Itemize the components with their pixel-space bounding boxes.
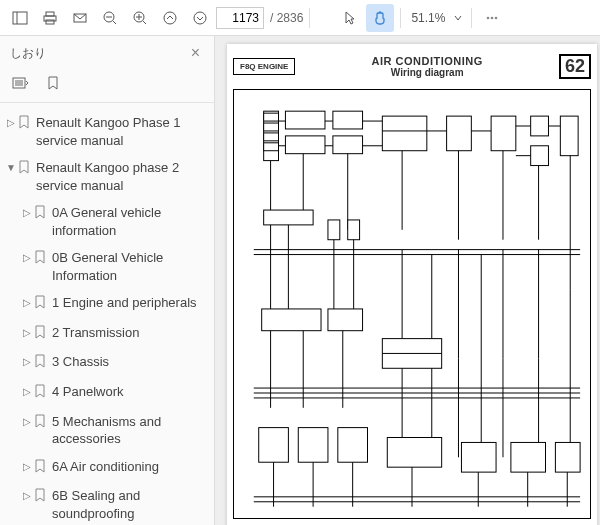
- bookmark-icon: [18, 115, 32, 134]
- bookmark-item[interactable]: ▷Renault Kangoo Phase 1 service manual: [0, 109, 214, 154]
- bookmark-item[interactable]: ▷6A Air conditioning: [0, 453, 214, 483]
- bookmark-options-button[interactable]: [10, 72, 32, 94]
- svg-rect-34: [491, 116, 516, 151]
- bookmark-label: 6A Air conditioning: [52, 458, 208, 476]
- bookmark-item[interactable]: ▷4 Panelwork: [0, 378, 214, 408]
- svg-rect-71: [262, 309, 321, 331]
- bookmark-item[interactable]: ▷0B General Vehicle Information: [0, 244, 214, 289]
- bookmark-label: 0B General Vehicle Information: [52, 249, 208, 284]
- bookmark-icon: [34, 354, 48, 373]
- svg-rect-24: [264, 123, 279, 131]
- svg-rect-2: [46, 12, 54, 16]
- expand-icon[interactable]: ▷: [4, 116, 18, 130]
- expand-icon[interactable]: ▷: [20, 489, 34, 503]
- bookmark-icon: [18, 160, 32, 179]
- svg-rect-28: [285, 136, 325, 154]
- page-down-button[interactable]: [186, 4, 214, 32]
- bookmark-label: 0A General vehicle information: [52, 204, 208, 239]
- svg-rect-26: [264, 143, 279, 151]
- bookmark-icon: [34, 488, 48, 507]
- page-view: F8Q ENGINE AIR CONDITIONING Wiring diagr…: [227, 44, 597, 525]
- hand-tool-button[interactable]: [366, 4, 394, 32]
- bookmark-label: 3 Chassis: [52, 353, 208, 371]
- zoom-level-label[interactable]: 51.1%: [411, 11, 445, 25]
- zoom-in-button[interactable]: [126, 4, 154, 32]
- svg-rect-23: [264, 113, 279, 121]
- svg-rect-33: [447, 116, 472, 151]
- sidebar-close-button[interactable]: ×: [187, 42, 204, 64]
- bookmark-icon: [34, 414, 48, 433]
- expand-icon[interactable]: ▷: [20, 251, 34, 265]
- svg-rect-94: [555, 442, 580, 472]
- expand-icon[interactable]: ▷: [20, 326, 34, 340]
- toolbar-separator: [400, 8, 401, 28]
- zoom-out-button[interactable]: [96, 4, 124, 32]
- select-tool-button[interactable]: [336, 4, 364, 32]
- svg-rect-91: [387, 438, 441, 468]
- svg-rect-90: [338, 428, 368, 463]
- svg-rect-89: [298, 428, 328, 463]
- svg-point-14: [194, 12, 206, 24]
- engine-label: F8Q ENGINE: [233, 58, 295, 75]
- expand-icon[interactable]: ▷: [20, 460, 34, 474]
- bookmark-icon: [34, 295, 48, 314]
- svg-rect-36: [531, 146, 549, 166]
- bookmark-item[interactable]: ▼Renault Kangoo phase 2 service manual: [0, 154, 214, 199]
- toolbar-separator: [309, 8, 310, 28]
- svg-line-7: [113, 21, 116, 24]
- expand-icon[interactable]: ▷: [20, 355, 34, 369]
- svg-rect-57: [264, 210, 313, 225]
- bookmark-item[interactable]: ▷2 Transmission: [0, 319, 214, 349]
- bookmark-icon: [34, 459, 48, 478]
- collapse-icon[interactable]: ▼: [4, 161, 18, 175]
- svg-rect-93: [511, 442, 546, 472]
- bookmark-tree: ▷Renault Kangoo Phase 1 service manual▼R…: [0, 103, 214, 525]
- bookmark-label: Renault Kangoo Phase 1 service manual: [36, 114, 208, 149]
- svg-rect-27: [285, 111, 325, 129]
- bookmark-icon: [34, 250, 48, 269]
- expand-icon[interactable]: ▷: [20, 385, 34, 399]
- expand-icon[interactable]: ▷: [20, 415, 34, 429]
- bookmark-label: 6B Sealing and soundproofing: [52, 487, 208, 522]
- page-number-input[interactable]: [216, 7, 264, 29]
- sidebar-title: しおり: [10, 45, 46, 62]
- toolbar: / 2836 51.1%: [0, 0, 600, 36]
- zoom-dropdown-button[interactable]: [451, 4, 465, 32]
- svg-line-10: [143, 21, 146, 24]
- bookmark-label: 5 Mechanisms and accessories: [52, 413, 208, 448]
- page-title: AIR CONDITIONING: [295, 55, 559, 67]
- svg-rect-31: [382, 116, 427, 151]
- page-subtitle: Wiring diagram: [295, 67, 559, 78]
- bookmark-item[interactable]: ▷0A General vehicle information: [0, 199, 214, 244]
- document-viewer[interactable]: F8Q ENGINE AIR CONDITIONING Wiring diagr…: [215, 36, 600, 525]
- svg-point-16: [491, 16, 494, 19]
- svg-rect-35: [531, 116, 549, 136]
- bookmark-label: Renault Kangoo phase 2 service manual: [36, 159, 208, 194]
- expand-icon[interactable]: ▷: [20, 296, 34, 310]
- more-tools-button[interactable]: [478, 4, 506, 32]
- svg-rect-25: [264, 133, 279, 141]
- bookmark-icon: [34, 205, 48, 224]
- print-button[interactable]: [36, 4, 64, 32]
- bookmark-label: 1 Engine and peripherals: [52, 294, 208, 312]
- bookmarks-sidebar: しおり × ▷Renault Kangoo Phase 1 service ma…: [0, 36, 215, 525]
- bookmark-icon: [34, 325, 48, 344]
- svg-point-13: [164, 12, 176, 24]
- bookmark-find-button[interactable]: [42, 72, 64, 94]
- section-number: 62: [559, 54, 591, 79]
- bookmark-label: 4 Panelwork: [52, 383, 208, 401]
- bookmark-item[interactable]: ▷3 Chassis: [0, 348, 214, 378]
- email-button[interactable]: [66, 4, 94, 32]
- svg-rect-72: [328, 309, 363, 331]
- svg-rect-30: [333, 136, 363, 154]
- sidebar-toggle-button[interactable]: [6, 4, 34, 32]
- bookmark-item[interactable]: ▷1 Engine and peripherals: [0, 289, 214, 319]
- expand-icon[interactable]: ▷: [20, 206, 34, 220]
- svg-rect-29: [333, 111, 363, 129]
- bookmark-icon: [34, 384, 48, 403]
- page-up-button[interactable]: [156, 4, 184, 32]
- svg-point-15: [487, 16, 490, 19]
- toolbar-separator: [471, 8, 472, 28]
- bookmark-item[interactable]: ▷5 Mechanisms and accessories: [0, 408, 214, 453]
- bookmark-item[interactable]: ▷6B Sealing and soundproofing: [0, 482, 214, 525]
